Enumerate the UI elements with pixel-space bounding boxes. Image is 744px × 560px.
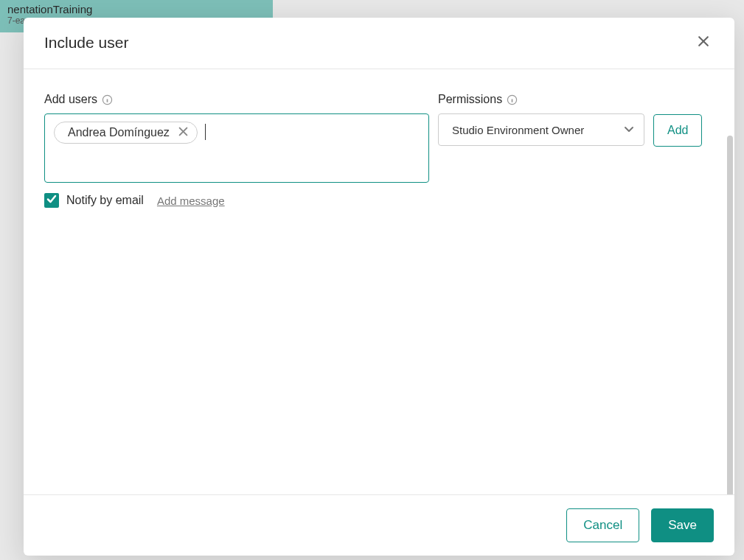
add-message-link[interactable]: Add message bbox=[157, 195, 225, 207]
save-button[interactable]: Save bbox=[651, 508, 714, 542]
cancel-button[interactable]: Cancel bbox=[566, 508, 639, 542]
user-chip: Andrea Domínguez bbox=[54, 122, 198, 144]
close-icon bbox=[178, 127, 188, 139]
notify-label: Notify by email bbox=[66, 194, 144, 207]
modal-title: Include user bbox=[44, 34, 128, 52]
add-button[interactable]: Add bbox=[653, 114, 702, 147]
info-icon[interactable] bbox=[507, 94, 518, 105]
close-icon bbox=[696, 34, 711, 51]
close-button[interactable] bbox=[693, 31, 714, 54]
permissions-selected-value: Studio Environment Owner bbox=[452, 124, 584, 136]
modal-footer: Cancel Save bbox=[24, 494, 734, 556]
modal-body: Add users Andrea Domínguez bbox=[24, 69, 734, 494]
permissions-label: Permissions bbox=[438, 93, 644, 106]
add-users-input[interactable]: Andrea Domínguez bbox=[44, 113, 429, 183]
permissions-label-text: Permissions bbox=[438, 93, 502, 106]
modal-header: Include user bbox=[24, 18, 734, 69]
modal-overlay: Include user Add users bbox=[0, 0, 744, 560]
permissions-field: Permissions Studio Environment Owner bbox=[438, 93, 644, 146]
scrollbar[interactable] bbox=[727, 136, 733, 494]
add-users-label-text: Add users bbox=[44, 93, 97, 106]
remove-chip-button[interactable] bbox=[177, 125, 190, 140]
notify-checkbox[interactable] bbox=[44, 193, 59, 208]
add-users-label: Add users bbox=[44, 93, 429, 106]
chevron-down-icon bbox=[623, 123, 635, 137]
user-chip-name: Andrea Domínguez bbox=[68, 126, 170, 139]
form-row: Add users Andrea Domínguez bbox=[44, 93, 714, 183]
permissions-select[interactable]: Studio Environment Owner bbox=[438, 113, 644, 146]
info-icon[interactable] bbox=[102, 94, 113, 105]
add-users-field: Add users Andrea Domínguez bbox=[44, 93, 429, 183]
check-icon bbox=[46, 194, 57, 207]
text-cursor bbox=[205, 124, 206, 140]
include-user-modal: Include user Add users bbox=[24, 18, 734, 556]
notify-row: Notify by email Add message bbox=[44, 193, 714, 208]
